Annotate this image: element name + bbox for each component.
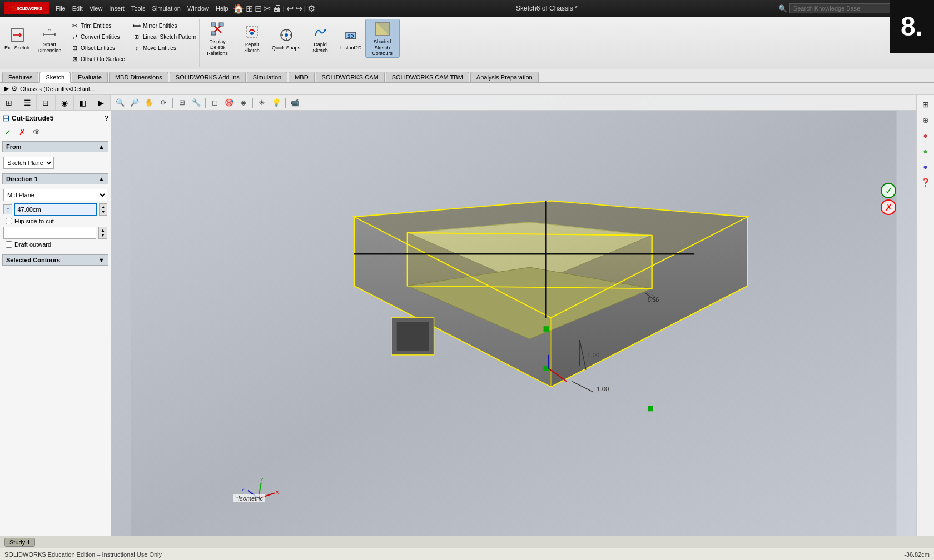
menu-file[interactable]: File [56,5,66,12]
repair-sketch-button[interactable]: Repair Sketch [235,19,269,58]
tab-features[interactable]: Features [2,72,38,82]
svg-rect-7 [211,23,216,26]
from-section-header[interactable]: From ▲ [2,141,108,152]
breadcrumb-item: Chassis (Default<<Defaul... [20,86,95,92]
shaded-sketch-contours-button[interactable]: Shaded Sketch Contours [365,19,400,58]
tab-evaluate[interactable]: Evaluate [72,72,108,82]
panel-tab-appearance[interactable]: ◉ [56,95,74,110]
rt-btn-2[interactable]: ⊕ [918,113,933,127]
menu-edit[interactable]: Edit [72,5,83,12]
extra-input[interactable] [3,227,96,239]
mirror-entities-button[interactable]: ⟺ Mirror Entities [131,20,198,31]
menu-simulation[interactable]: Simulation [152,5,181,12]
tab-mbd[interactable]: MBD [289,72,314,82]
rt-btn-1[interactable]: ⊞ [918,97,933,112]
menu-tools[interactable]: Tools [131,5,146,12]
preview-button[interactable]: 👁 [31,127,42,138]
exit-sketch-icon [8,26,26,44]
svg-rect-42 [397,322,429,351]
vp-tools[interactable]: 🔧 [190,97,203,109]
vp-display1[interactable]: ◻ [208,97,221,109]
flip-side-checkbox[interactable] [6,218,12,224]
confirm-action[interactable]: ✓ [881,183,896,198]
vp-zoom-fit[interactable]: 🔍 [113,97,127,109]
tab-sw-cam[interactable]: SOLIDWORKS CAM [316,72,385,82]
title-bar: S SOLIDWORKS File Edit View Insert Tools… [0,0,934,17]
svg-point-11 [250,32,254,35]
depth-spinner[interactable]: ▲ ▼ [99,203,107,216]
model-area: 1.00 1.00 8.56 X Y Z *Is [111,111,916,536]
vp-display2[interactable]: 🎯 [222,97,236,109]
instant2d-button[interactable]: 2D Instant2D [338,19,364,58]
tab-sw-cam-tbm[interactable]: SOLIDWORKS CAM TBM [386,72,469,82]
vp-lighting[interactable]: ☀ [255,97,269,109]
quick-snaps-label: Quick Snaps [272,45,300,51]
help-icon[interactable]: ? [105,114,108,122]
svg-rect-47 [648,406,653,412]
study-1-tab[interactable]: Study 1 [4,538,35,547]
vp-pan[interactable]: ✋ [142,97,156,109]
panel-tab-properties[interactable]: ⊞ [0,95,18,110]
solidworks-logo: S SOLIDWORKS [4,2,49,14]
tab-simulation[interactable]: Simulation [247,72,287,82]
panel-tab-tree[interactable]: ☰ [18,95,37,110]
convert-entities-label: Convert Entities [81,34,120,40]
menu-insert[interactable]: Insert [109,5,125,12]
smart-dimension-button[interactable]: ↔ Smart Dimension [33,19,66,58]
exit-sketch-button[interactable]: Exit Sketch [2,19,32,58]
shaded-sketch-contours-label: Shaded Sketch Contours [368,39,397,57]
direction-icon[interactable]: ↕ [3,204,12,214]
vp-rotate[interactable]: ⟳ [157,97,170,109]
rt-btn-4[interactable]: ● [918,144,933,158]
breadcrumb-arrow: ▶ [4,85,9,92]
rt-btn-5[interactable]: ● [918,159,933,174]
tab-solidworks-addins[interactable]: SOLIDWORKS Add-Ins [170,72,246,82]
depth-input[interactable] [14,203,97,216]
rapid-sketch-button[interactable]: Rapid Sketch [304,19,337,58]
offset-entities-button[interactable]: ⊡ Offset Entities [68,42,127,53]
panel-tab-custom[interactable]: ▶ [92,95,111,110]
convert-entities-button[interactable]: ⇄ Convert Entities [68,31,127,42]
convert-entities-icon: ⇄ [70,32,79,41]
tab-mbd-dimensions[interactable]: MBD Dimensions [109,72,168,82]
cancel-button[interactable]: ✗ [17,127,28,138]
panel-tab-view[interactable]: ◧ [74,95,92,110]
svg-text:X: X [276,489,280,495]
vp-scene[interactable]: 💡 [270,97,283,109]
selected-contours-label: Selected Contours [6,257,60,263]
move-entities-button[interactable]: ↕ Move Entities [131,42,198,53]
extra-spinner[interactable]: ▲ ▼ [98,227,107,239]
tab-sketch[interactable]: Sketch [39,72,71,83]
ok-button[interactable]: ✓ [2,127,13,138]
vp-sep4 [285,98,286,108]
vp-zoom-area[interactable]: 🔎 [128,97,141,109]
linear-sketch-button[interactable]: ⊞ Linear Sketch Pattern [131,31,198,42]
status-left: SOLIDWORKS Education Edition – Instructi… [4,551,162,558]
direction-type-dropdown[interactable]: Mid Plane [3,189,107,201]
reject-action[interactable]: ✗ [881,199,896,215]
search-input[interactable] [789,3,901,13]
menu-help[interactable]: Help [216,5,228,12]
menu-view[interactable]: View [90,5,103,12]
vp-select[interactable]: ⊞ [175,97,188,109]
vp-display3[interactable]: ◈ [237,97,250,109]
menu-window[interactable]: Window [187,5,209,12]
tab-analysis-prep[interactable]: Analysis Preparation [470,72,539,82]
offset-on-surface-button[interactable]: ⊠ Offset On Surface [68,53,127,64]
from-dropdown[interactable]: Sketch Plane [3,157,54,169]
right-toolbar: ⊞ ⊕ ● ● ● ❓ [916,95,934,536]
svg-text:Y: Y [260,476,264,482]
panel-tab-config[interactable]: ⊟ [37,95,55,110]
rt-btn-help[interactable]: ❓ [918,175,933,189]
selected-contours-header[interactable]: Selected Contours ▼ [2,254,108,266]
trim-entities-button[interactable]: ✂ Trim Entities [68,20,127,31]
vp-sep3 [252,98,253,108]
instant2d-icon: 2D [342,26,360,44]
move-entities-icon: ↕ [132,43,141,52]
display-delete-relations-button[interactable]: Display Delete Relations [201,19,234,58]
quick-snaps-button[interactable]: Quick Snaps [270,19,302,58]
draft-outward-checkbox[interactable] [6,241,12,248]
direction1-section-header[interactable]: Direction 1 ▲ [2,173,108,184]
rt-btn-3[interactable]: ● [918,128,933,143]
vp-camera[interactable]: 📹 [288,97,301,109]
